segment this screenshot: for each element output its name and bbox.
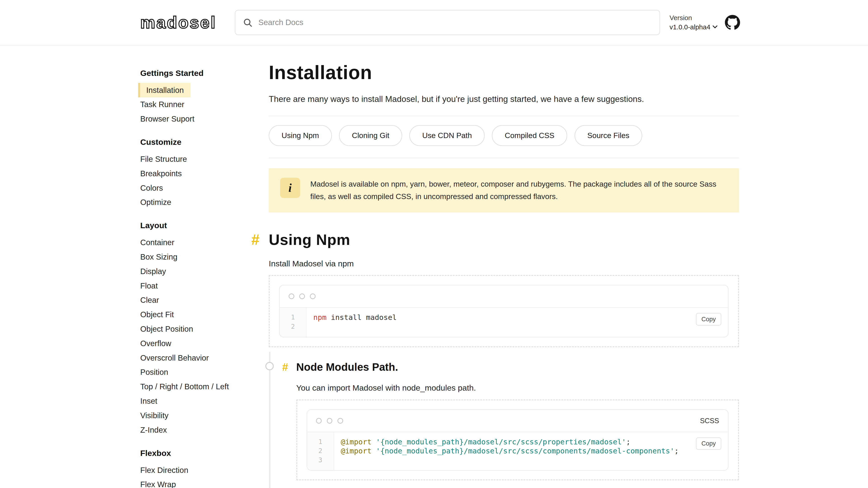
intro-text: There are many ways to install Madosel, … bbox=[269, 94, 739, 104]
main-content: Installation There are many ways to inst… bbox=[269, 45, 739, 488]
sidebar-item-flex-direction[interactable]: Flex Direction bbox=[141, 463, 269, 477]
code-text: npm install madosel bbox=[307, 308, 397, 337]
line-numbers: 1 2 3 bbox=[307, 432, 334, 470]
hash-anchor-icon[interactable]: # bbox=[282, 361, 288, 373]
sidebar-section-title: Customize bbox=[141, 137, 269, 147]
info-note: i Madosel is available on npm, yarn, bow… bbox=[269, 168, 739, 213]
sidebar-item-colors[interactable]: Colors bbox=[141, 181, 269, 195]
code-text: @import '{node_modules_path}/madosel/src… bbox=[334, 432, 679, 470]
sidebar-item-overflow[interactable]: Overflow bbox=[141, 336, 269, 351]
code-card-npm: 1 2 npm install madosel Copy bbox=[269, 275, 739, 347]
sidebar-item-inset[interactable]: Inset bbox=[141, 394, 269, 409]
sidebar-item-z-index[interactable]: Z-Index bbox=[141, 423, 269, 437]
sidebar-item-clear[interactable]: Clear bbox=[141, 293, 269, 307]
sidebar-item-installation[interactable]: Installation bbox=[138, 83, 191, 97]
sidebar-item-browser-suport[interactable]: Browser Suport bbox=[141, 112, 269, 126]
version-selector[interactable]: Version v1.0.0-alpha4 bbox=[670, 13, 718, 31]
window-dots-icon bbox=[316, 418, 343, 424]
github-icon bbox=[725, 15, 740, 30]
sidebar-item-flex-wrap[interactable]: Flex Wrap bbox=[141, 477, 269, 488]
section-lead: Install Madosel via npm bbox=[269, 259, 739, 268]
line-numbers: 1 2 bbox=[280, 308, 307, 337]
sidebar-section-flexbox: Flexbox Flex Direction Flex Wrap Flex Fl… bbox=[141, 449, 269, 488]
search-input[interactable] bbox=[258, 18, 652, 27]
code-body: 1 2 3 @import '{node_modules_path}/mados… bbox=[307, 432, 728, 470]
section-title: Using Npm bbox=[269, 231, 350, 248]
sidebar-item-file-structure[interactable]: File Structure bbox=[141, 152, 269, 166]
subsection-node-modules-path: # Node Modules Path. You can import Mado… bbox=[269, 361, 739, 488]
sidebar-item-object-position[interactable]: Object Position bbox=[141, 322, 269, 336]
sidebar-item-task-runner[interactable]: Task Runner bbox=[141, 97, 269, 112]
subsection-heading: # Node Modules Path. bbox=[296, 361, 739, 373]
pill-cloning-git[interactable]: Cloning Git bbox=[339, 125, 402, 146]
version-label: Version bbox=[670, 13, 718, 22]
page: madosel Version v1.0.0-alpha4 bbox=[0, 0, 868, 488]
top-navbar: madosel Version v1.0.0-alpha4 bbox=[0, 0, 868, 45]
info-icon: i bbox=[280, 178, 300, 198]
copy-button[interactable]: Copy bbox=[696, 313, 721, 326]
info-note-text: Madosel is available on npm, yarn, bower… bbox=[310, 178, 728, 203]
search-box bbox=[235, 10, 660, 35]
subsection-title: Node Modules Path. bbox=[296, 361, 398, 373]
sidebar-item-visibility[interactable]: Visibility bbox=[141, 409, 269, 423]
sidebar-section-title: Flexbox bbox=[141, 449, 269, 458]
sidebar-item-float[interactable]: Float bbox=[141, 279, 269, 293]
sidebar-item-container[interactable]: Container bbox=[141, 235, 269, 250]
chevron-down-icon bbox=[712, 25, 717, 29]
github-link[interactable] bbox=[725, 15, 740, 30]
subsection-lead: You can import Madosel with node_modules… bbox=[296, 383, 739, 393]
version-value: v1.0.0-alpha4 bbox=[670, 23, 710, 32]
sidebar-item-optimize[interactable]: Optimize bbox=[141, 195, 269, 210]
pill-using-npm[interactable]: Using Npm bbox=[269, 125, 332, 146]
sidebar-item-overscroll-behavior[interactable]: Overscroll Behavior bbox=[141, 351, 269, 365]
sidebar-item-object-fit[interactable]: Object Fit bbox=[141, 307, 269, 322]
page-title: Installation bbox=[269, 62, 739, 84]
pill-use-cdn-path[interactable]: Use CDN Path bbox=[409, 125, 485, 146]
divider bbox=[269, 116, 739, 116]
section-heading-using-npm: # Using Npm bbox=[269, 231, 739, 248]
hash-anchor-icon[interactable]: # bbox=[251, 231, 259, 248]
window-dots-icon bbox=[289, 293, 315, 299]
copy-button[interactable]: Copy bbox=[696, 437, 721, 450]
divider bbox=[269, 158, 739, 158]
pill-source-files[interactable]: Source Files bbox=[575, 125, 642, 146]
sidebar-section-customize: Customize File Structure Breakpoints Col… bbox=[141, 137, 269, 210]
code-window-header: SCSS bbox=[307, 410, 728, 432]
sidebar-section-title: Gettings Started bbox=[141, 68, 269, 78]
code-language-label: SCSS bbox=[700, 417, 719, 425]
search-icon bbox=[243, 18, 252, 27]
sidebar-item-display[interactable]: Display bbox=[141, 264, 269, 279]
pill-compiled-css[interactable]: Compiled CSS bbox=[492, 125, 567, 146]
sidebar-item-position[interactable]: Position bbox=[141, 365, 269, 380]
sidebar-item-breakpoints[interactable]: Breakpoints bbox=[141, 166, 269, 181]
install-method-pills: Using Npm Cloning Git Use CDN Path Compi… bbox=[269, 125, 739, 146]
sidebar-item-top-right-bottom-left[interactable]: Top / Right / Bottom / Left bbox=[141, 380, 269, 394]
code-body: 1 2 npm install madosel Copy bbox=[280, 308, 728, 337]
code-card-scss: SCSS 1 2 3 @import '{node_modules_path}/… bbox=[296, 399, 739, 480]
timeline-node-icon bbox=[266, 362, 274, 370]
sidebar: Gettings Started Installation Task Runne… bbox=[141, 45, 269, 488]
sidebar-section-layout: Layout Container Box Sizing Display Floa… bbox=[141, 221, 269, 437]
sidebar-section-getting-started: Gettings Started Installation Task Runne… bbox=[141, 68, 269, 126]
logo[interactable]: madosel bbox=[141, 13, 217, 32]
sidebar-section-title: Layout bbox=[141, 221, 269, 230]
sidebar-item-box-sizing[interactable]: Box Sizing bbox=[141, 250, 269, 264]
code-window-header bbox=[280, 285, 728, 308]
